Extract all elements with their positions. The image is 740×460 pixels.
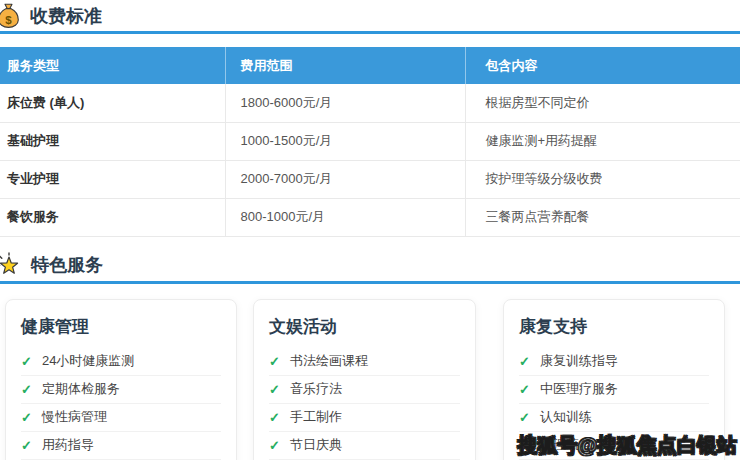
fee-cell: 800-1000元/月 <box>225 198 465 236</box>
fee-cell: 床位费 (单人) <box>0 84 225 122</box>
list-item: ✓ 用药指导 <box>21 432 221 460</box>
list-item-label: 慢性病管理 <box>42 408 107 426</box>
list-item: ✓ 定期体检服务 <box>21 376 221 404</box>
list-item-label: 手工制作 <box>290 408 342 426</box>
table-row: 基础护理 1000-1500元/月 健康监测+用药提醒 <box>0 122 740 160</box>
fee-cell: 按护理等级分级收费 <box>465 160 740 198</box>
special-section-header: 特色服务 <box>0 250 740 277</box>
list-item: ✓ 24小时健康监测 <box>21 348 221 376</box>
table-row: 餐饮服务 800-1000元/月 三餐两点营养配餐 <box>0 198 740 236</box>
fee-table-header-included: 包含内容 <box>465 47 740 84</box>
list-item: ✓ 慢性病管理 <box>21 404 221 432</box>
list-item-label: 定期体检服务 <box>42 380 120 398</box>
fee-title-underline <box>0 31 740 34</box>
fee-table: 服务类型 费用范围 包含内容 床位费 (单人) 1800-6000元/月 根据房… <box>0 47 740 237</box>
card-entertainment: 文娱活动 ✓ 书法绘画课程 ✓ 音乐疗法 ✓ 手工制作 ✓ 节日庆典 <box>253 299 476 460</box>
fee-table-header-row: 服务类型 费用范围 包含内容 <box>0 47 740 84</box>
svg-text:$: $ <box>5 14 12 26</box>
list-item-label: 用药指导 <box>42 436 94 454</box>
fee-cell: 1000-1500元/月 <box>225 122 465 160</box>
table-row: 专业护理 2000-7000元/月 按护理等级分级收费 <box>0 160 740 198</box>
fee-cell: 餐饮服务 <box>0 198 225 236</box>
check-icon: ✓ <box>21 382 32 397</box>
watermark: 搜狐号@搜狐焦点白银站 <box>517 432 737 459</box>
check-icon: ✓ <box>21 410 32 425</box>
list-item-label: 认知训练 <box>540 408 592 426</box>
card-title: 文娱活动 <box>269 315 460 338</box>
fee-cell: 2000-7000元/月 <box>225 160 465 198</box>
check-icon: ✓ <box>21 354 32 369</box>
card-title: 康复支持 <box>519 315 709 338</box>
money-bag-icon: $ <box>0 3 21 29</box>
list-item-label: 节日庆典 <box>290 436 342 454</box>
check-icon: ✓ <box>519 410 530 425</box>
list-item-label: 音乐疗法 <box>290 380 342 398</box>
fee-cell: 基础护理 <box>0 122 225 160</box>
card-title: 健康管理 <box>21 315 221 338</box>
fee-table-header-service-type: 服务类型 <box>0 47 225 84</box>
list-item: ✓ 音乐疗法 <box>269 376 460 404</box>
table-row: 床位费 (单人) 1800-6000元/月 根据房型不同定价 <box>0 84 740 122</box>
list-item-label: 中医理疗服务 <box>540 380 618 398</box>
check-icon: ✓ <box>21 438 32 453</box>
check-icon: ✓ <box>519 382 530 397</box>
list-item-label: 书法绘画课程 <box>290 352 368 370</box>
check-icon: ✓ <box>519 354 530 369</box>
list-item: ✓ 中医理疗服务 <box>519 376 709 404</box>
list-item: ✓ 节日庆典 <box>269 432 460 460</box>
list-item: ✓ 康复训练指导 <box>519 348 709 376</box>
list-item-label: 24小时健康监测 <box>42 352 134 370</box>
fee-section-title: 收费标准 <box>30 4 102 28</box>
glowing-star-icon <box>0 252 22 278</box>
fee-cell: 专业护理 <box>0 160 225 198</box>
card-health-management: 健康管理 ✓ 24小时健康监测 ✓ 定期体检服务 ✓ 慢性病管理 ✓ 用药指导 <box>5 299 237 460</box>
list-item: ✓ 认知训练 <box>519 404 709 432</box>
list-item: ✓ 手工制作 <box>269 404 460 432</box>
check-icon: ✓ <box>269 438 280 453</box>
fee-section-header: $ 收费标准 <box>0 0 740 27</box>
fee-cell: 三餐两点营养配餐 <box>465 198 740 236</box>
list-item: ✓ 书法绘画课程 <box>269 348 460 376</box>
check-icon: ✓ <box>269 410 280 425</box>
fee-cell: 根据房型不同定价 <box>465 84 740 122</box>
special-title-underline <box>0 281 740 284</box>
check-icon: ✓ <box>269 354 280 369</box>
list-item-label: 康复训练指导 <box>540 352 618 370</box>
check-icon: ✓ <box>269 382 280 397</box>
special-section-title: 特色服务 <box>31 253 103 277</box>
fee-cell: 1800-6000元/月 <box>225 84 465 122</box>
fee-cell: 健康监测+用药提醒 <box>465 122 740 160</box>
fee-table-header-fee-range: 费用范围 <box>225 47 465 84</box>
